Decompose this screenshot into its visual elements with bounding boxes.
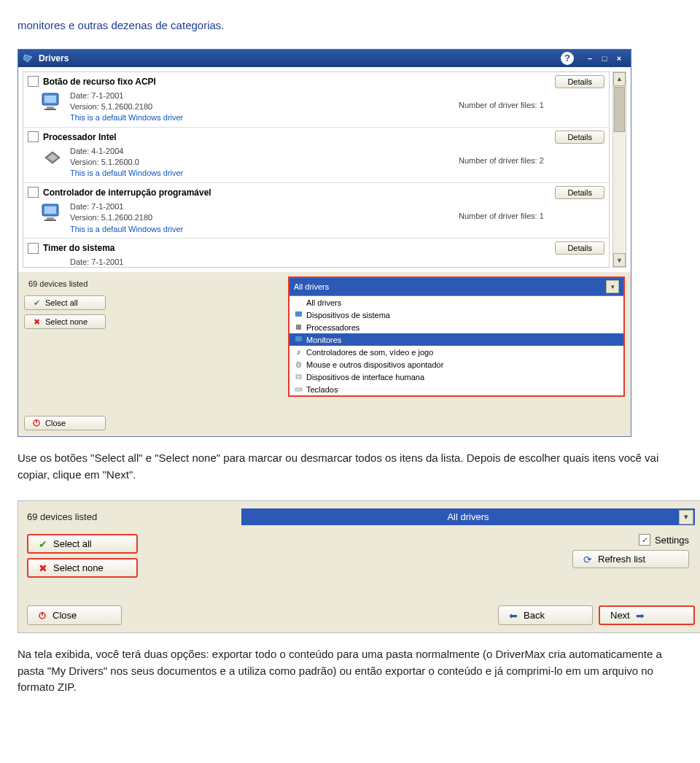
combo-option[interactable]: Processadores	[289, 321, 623, 333]
select-all-button[interactable]: ✔ Select all	[27, 534, 138, 554]
monitor-icon	[41, 90, 64, 114]
back-button[interactable]: ⬅ Back	[498, 605, 593, 625]
app-icon	[23, 53, 34, 64]
system-icon	[294, 310, 303, 319]
driver-title: Botão de recurso fixo ACPI	[43, 77, 551, 87]
checkbox[interactable]: ✓	[639, 534, 650, 546]
svg-rect-9	[47, 217, 54, 220]
devices-listed-label: 69 devices listed	[24, 276, 279, 291]
x-icon: ✖	[39, 564, 47, 573]
svg-point-14	[297, 362, 301, 368]
monitor-icon	[294, 335, 303, 344]
close-button[interactable]: Close	[27, 605, 122, 625]
next-button[interactable]: Next ➡	[599, 605, 695, 625]
combo-option[interactable]: Teclados	[289, 383, 623, 395]
select-none-button[interactable]: ✖ Select none	[24, 314, 106, 329]
monitor-icon	[41, 257, 64, 267]
driver-list-area: Botão de recurso fixo ACPI Details Date:…	[18, 67, 631, 273]
driver-item: Processador Intel Details Date: 4-1-2004…	[23, 128, 609, 183]
details-button[interactable]: Details	[555, 75, 604, 88]
refresh-list-button[interactable]: ⟳ Refresh list	[572, 550, 689, 568]
chevron-down-icon[interactable]: ▾	[606, 280, 619, 293]
details-button[interactable]: Details	[555, 186, 604, 199]
driver-file-count: Number of driver files: 2	[459, 146, 604, 179]
power-icon	[38, 611, 47, 620]
combo-option[interactable]: ♪ Controladores de som, vídeo e jogo	[289, 346, 623, 358]
lower-panel: 69 devices listed ✔ Select all ✖ Select …	[18, 272, 631, 436]
power-icon	[32, 419, 41, 427]
combo-option[interactable]: Mouse e outros dispositivos apontador	[289, 358, 623, 371]
sound-icon: ♪	[294, 347, 303, 357]
doc-paragraph-2: Na tela exibida, você terá duas opções: …	[18, 646, 682, 696]
combo-option[interactable]: Dispositivos de interface humana	[289, 371, 623, 383]
chip-icon	[41, 146, 64, 169]
settings-checkbox-row[interactable]: ✓ Settings	[639, 534, 689, 546]
svg-rect-3	[47, 106, 54, 109]
filter-combo[interactable]: All drivers ▾	[241, 508, 695, 525]
driver-checkbox[interactable]	[28, 76, 39, 87]
svg-marker-0	[23, 55, 32, 62]
keyboard-icon	[294, 384, 303, 394]
x-icon: ✖	[32, 317, 41, 326]
svg-rect-16	[295, 388, 302, 391]
driver-info: Date: 7-1-2001	[70, 257, 459, 267]
details-button[interactable]: Details	[555, 241, 604, 255]
driver-checkbox[interactable]	[28, 131, 39, 142]
mouse-icon	[294, 360, 303, 369]
window-title: Drivers	[39, 53, 69, 63]
drivers-window: Drivers ? – □ × Botão de recurso fixo AC…	[18, 49, 631, 438]
svg-rect-11	[295, 311, 302, 317]
driver-checkbox[interactable]	[28, 187, 39, 198]
svg-rect-15	[296, 375, 301, 379]
scroll-down-icon[interactable]: ▼	[613, 253, 626, 267]
refresh-icon: ⟳	[583, 555, 592, 564]
minimize-icon[interactable]: –	[585, 53, 595, 63]
devices-listed-label: 69 devices listed	[27, 511, 231, 522]
chevron-down-icon[interactable]: ▾	[679, 510, 693, 524]
driver-item: Botão de recurso fixo ACPI Details Date:…	[23, 72, 609, 128]
arrow-right-icon: ➡	[636, 611, 645, 620]
scroll-up-icon[interactable]: ▲	[613, 72, 626, 86]
select-none-button[interactable]: ✖ Select none	[27, 558, 138, 578]
select-all-button[interactable]: ✔ Select all	[24, 295, 106, 310]
close-icon[interactable]: ×	[614, 53, 624, 63]
combo-list: All drivers Dispositivos de sistema Proc…	[289, 295, 623, 395]
driver-list: Botão de recurso fixo ACPI Details Date:…	[23, 71, 610, 268]
settings-label: Settings	[655, 535, 689, 546]
check-icon: ✔	[32, 298, 41, 307]
maximize-icon[interactable]: □	[599, 53, 610, 63]
help-icon[interactable]: ?	[561, 52, 574, 65]
svg-rect-4	[44, 109, 56, 110]
combo-option[interactable]: Dispositivos de sistema	[289, 309, 623, 321]
combo-option[interactable]: Monitores	[289, 333, 623, 346]
svg-rect-12	[296, 325, 301, 330]
driver-info: Date: 7-1-2001 Version: 5.1.2600.2180 Th…	[70, 201, 459, 235]
svg-rect-10	[44, 220, 56, 221]
close-button[interactable]: Close	[24, 416, 106, 430]
check-icon: ✔	[39, 540, 47, 549]
driver-title: Processador Intel	[43, 132, 551, 142]
drivers-panel-expanded: 69 devices listed All drivers ▾ ✔ Select…	[18, 500, 700, 633]
combo-option[interactable]: All drivers	[289, 296, 623, 309]
driver-info: Date: 4-1-2004 Version: 5.1.2600.0 This …	[70, 146, 459, 179]
svg-rect-2	[44, 96, 56, 103]
doc-intro: monitores e outras dezenas de categorias…	[18, 18, 682, 34]
titlebar: Drivers ? – □ ×	[18, 50, 631, 67]
svg-rect-8	[44, 206, 56, 214]
driver-item: Timer do sistema Details Date: 7-1-2001	[23, 239, 609, 267]
blank-icon	[294, 298, 303, 307]
chip-icon	[294, 322, 303, 332]
doc-paragraph-1: Use os botões "Select all" e "Select non…	[18, 450, 682, 483]
combo-selected[interactable]: All drivers ▾	[289, 278, 623, 295]
driver-title: Controlador de interrupção programável	[43, 187, 551, 198]
filter-combo[interactable]: All drivers ▾ All drivers Dispositivos d…	[288, 276, 625, 397]
scrollbar[interactable]: ▲ ▼	[612, 71, 626, 268]
scroll-thumb[interactable]	[614, 87, 625, 132]
driver-file-count: Number of driver files: 1	[459, 90, 604, 124]
driver-item: Controlador de interrupção programável D…	[23, 183, 609, 239]
details-button[interactable]: Details	[555, 131, 604, 144]
driver-file-count: Number of driver files: 1	[459, 201, 604, 235]
driver-checkbox[interactable]	[28, 243, 39, 254]
driver-info: Date: 7-1-2001 Version: 5.1.2600.2180 Th…	[70, 90, 459, 124]
arrow-left-icon: ⬅	[509, 611, 518, 620]
